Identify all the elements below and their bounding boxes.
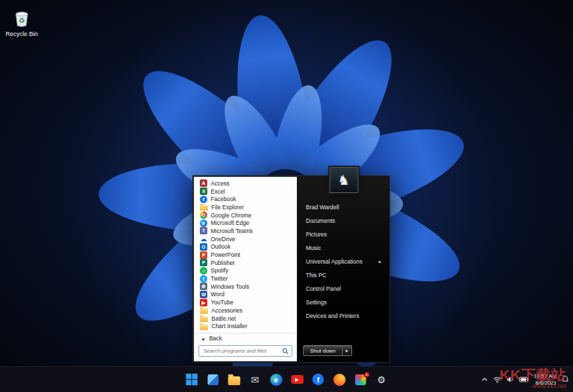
start-menu-item-spotify[interactable]: ♪Spotify	[194, 267, 296, 275]
start-menu-item-label: YouTube	[211, 299, 233, 306]
start-menu-right-panel: ♞ Brad Wardell DocumentsPicturesMusicUni…	[298, 176, 389, 362]
chrome-icon	[200, 211, 207, 219]
start-menu-right-devices-and-printers[interactable]: Devices and Printers	[298, 309, 389, 323]
right-panel-spacer	[298, 323, 389, 345]
start-menu-program-list: AAccessXExcelfFacebookFile ExplorerGoogl…	[194, 177, 296, 333]
start-menu-item-file-explorer[interactable]: File Explorer	[194, 203, 296, 211]
start-menu-item-label: File Explorer	[211, 204, 244, 211]
start-menu-item-google-chrome[interactable]: Google Chrome	[194, 211, 296, 219]
firefox-icon[interactable]	[332, 372, 347, 387]
battery-icon[interactable]	[519, 377, 529, 382]
file-explorer-icon[interactable]	[226, 372, 241, 387]
start-button[interactable]	[184, 372, 199, 387]
settings-icon[interactable]: ⚙	[374, 372, 389, 387]
start-menu-item-label: Battle.net	[211, 315, 236, 322]
start-menu-item-facebook[interactable]: fFacebook	[194, 195, 296, 203]
start-menu: AAccessXExcelfFacebookFile ExplorerGoogl…	[192, 175, 390, 363]
facebook-icon[interactable]: f	[311, 372, 326, 387]
windows-tools-icon: ⚙	[200, 283, 207, 290]
start-menu-right-music[interactable]: Music	[298, 241, 389, 255]
start-menu-item-label: Google Chrome	[211, 212, 251, 219]
notification-bell-icon[interactable]	[561, 376, 569, 383]
start-menu-back[interactable]: ◀ Back	[194, 333, 296, 343]
system-tray: 10:57 AM 8/6/2021	[481, 372, 569, 387]
start-menu-item-outlook[interactable]: OOutlook	[194, 243, 296, 251]
mail-icon[interactable]: ✉	[247, 372, 262, 387]
right-item-label: Control Panel	[306, 285, 341, 292]
folder-icon	[200, 317, 208, 322]
photos-icon[interactable]: 1	[353, 372, 368, 387]
right-item-label: Universal Applications	[306, 258, 362, 265]
start-menu-item-accessories[interactable]: Accessories	[194, 306, 296, 315]
notification-badge: 1	[364, 372, 370, 378]
start-menu-right-universal-applications[interactable]: Universal Applications▶	[298, 255, 389, 268]
twitter-icon: t	[200, 275, 207, 283]
right-item-label: Devices and Printers	[306, 313, 359, 319]
start-menu-item-label: Twitter	[211, 275, 228, 282]
user-avatar[interactable]: ♞	[330, 167, 358, 193]
shutdown-button-group: Shut down ▶	[303, 345, 352, 356]
right-item-label: This PC	[306, 272, 326, 279]
taskbar: ✉e▶f1⚙	[0, 366, 573, 392]
shutdown-options-arrow[interactable]: ▶	[342, 346, 351, 355]
start-menu-item-powerpoint[interactable]: PPowerPoint	[194, 251, 296, 259]
back-label: Back	[209, 335, 222, 342]
start-menu-item-excel[interactable]: XExcel	[194, 188, 296, 196]
start-menu-item-label: Excel	[211, 188, 225, 195]
tray-time: 10:57 AM	[534, 372, 557, 379]
search-row	[194, 343, 296, 361]
start-menu-item-access[interactable]: AAccess	[194, 179, 296, 188]
back-arrow-icon: ◀	[201, 336, 205, 341]
start-menu-right-pictures[interactable]: Pictures	[298, 228, 389, 241]
start-menu-item-chart-installer[interactable]: Chart Installer	[194, 322, 296, 330]
wifi-icon[interactable]	[493, 376, 502, 383]
submenu-arrow-icon: ▶	[379, 260, 381, 264]
volume-icon[interactable]	[506, 376, 515, 383]
tray-clock[interactable]: 10:57 AM 8/6/2021	[534, 372, 557, 387]
start-menu-item-word[interactable]: WWord	[194, 291, 296, 299]
youtube-icon: ▶	[200, 299, 207, 306]
start-menu-right-documents[interactable]: Documents	[298, 214, 389, 228]
start-menu-item-onedrive[interactable]: ☁OneDrive	[194, 235, 296, 243]
start-menu-item-label: OneDrive	[211, 236, 235, 243]
recycle-bin[interactable]: ♻ Recycle Bin	[1, 8, 42, 37]
start-menu-right-control-panel[interactable]: Control Panel	[298, 282, 389, 296]
start-menu-item-label: Word	[211, 291, 224, 298]
start-menu-item-label: Windows Tools	[211, 283, 249, 290]
start-menu-item-label: Chart Installer	[211, 323, 247, 329]
youtube-icon[interactable]: ▶	[290, 372, 305, 387]
publisher-icon: P	[200, 259, 207, 266]
start-menu-item-microsoft-edge[interactable]: eMicrosoft Edge	[194, 219, 296, 227]
start-menu-item-label: PowerPoint	[211, 251, 240, 258]
file-explorer-icon	[200, 205, 208, 211]
start-menu-item-label: Microsoft Teams	[211, 228, 253, 234]
task-view-icon[interactable]	[205, 372, 220, 387]
search-box[interactable]	[198, 345, 292, 357]
start-menu-item-battle-net[interactable]: Battle.net	[194, 315, 296, 323]
start-menu-right-this-pc[interactable]: This PC	[298, 268, 389, 282]
svg-text:♻: ♻	[18, 16, 25, 24]
start-menu-item-windows-tools[interactable]: ⚙Windows Tools	[194, 283, 296, 291]
folder-icon	[200, 308, 208, 314]
start-menu-item-publisher[interactable]: PPublisher	[194, 259, 296, 267]
start-menu-item-label: Publisher	[211, 260, 235, 266]
search-input[interactable]	[202, 347, 280, 355]
tray-chevron-up-icon[interactable]	[481, 377, 488, 382]
right-item-label: Settings	[306, 299, 327, 306]
shutdown-button[interactable]: Shut down	[304, 346, 342, 355]
start-menu-item-youtube[interactable]: ▶YouTube	[194, 298, 296, 306]
start-menu-item-microsoft-teams[interactable]: TMicrosoft Teams	[194, 227, 296, 235]
start-menu-user-name[interactable]: Brad Wardell	[298, 200, 389, 214]
facebook-icon: f	[200, 196, 207, 203]
shutdown-row: Shut down ▶	[298, 345, 389, 362]
start-menu-right-settings[interactable]: Settings	[298, 296, 389, 309]
access-icon: A	[200, 179, 207, 187]
start-menu-item-label: Facebook	[211, 196, 236, 202]
start-menu-left-panel: AAccessXExcelfFacebookFile ExplorerGoogl…	[194, 177, 297, 361]
edge-icon[interactable]: e	[268, 372, 283, 387]
start-menu-item-twitter[interactable]: tTwitter	[194, 274, 296, 283]
right-item-label: Documents	[306, 217, 335, 224]
recycle-bin-label: Recycle Bin	[1, 31, 42, 37]
recycle-bin-icon: ♻	[13, 8, 31, 30]
tray-date: 8/6/2021	[534, 380, 557, 387]
